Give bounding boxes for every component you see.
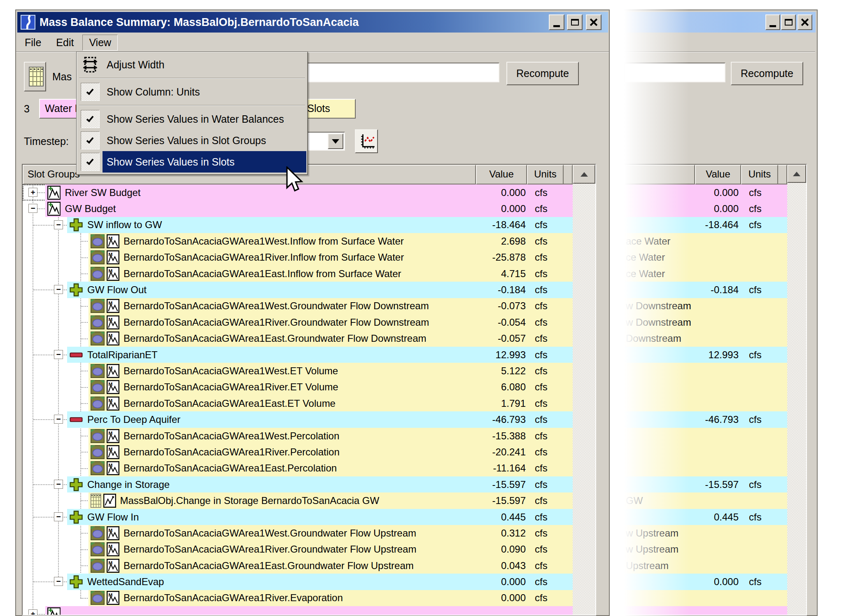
vertical-scrollbar[interactable] (787, 165, 806, 615)
table-row[interactable]: MassBalObj.Change in Storage BernardoToS… (23, 492, 573, 509)
table-row[interactable]: Downstream (624, 331, 787, 347)
close-button[interactable] (586, 14, 602, 30)
object-name-input[interactable] (624, 63, 725, 82)
table-row[interactable]: 12.993cfs (624, 347, 787, 363)
table-row[interactable] (624, 395, 787, 411)
table-row[interactable]: ace Water (624, 233, 787, 249)
table-row[interactable]: −GW Flow In0.445cfs (23, 509, 573, 525)
table-row[interactable]: MBernardoToSanAcaciaGWArea1East.Groundwa… (23, 558, 573, 574)
maximize-button[interactable] (567, 14, 583, 30)
table-row[interactable]: MBernardoToSanAcaciaGWArea1West.Inflow f… (23, 233, 573, 249)
table-row[interactable]: ce Water (624, 266, 787, 282)
table-row[interactable]: w Downstream (624, 298, 787, 314)
table-row[interactable] (624, 379, 787, 395)
table-row[interactable]: −TotalRiparianET12.993cfs (23, 347, 573, 363)
table-row[interactable]: + (23, 606, 573, 615)
minimize-button[interactable] (765, 14, 780, 30)
menu-item-show-series-values-in-slots[interactable]: Show Series Values in Slots (78, 151, 306, 173)
table-row[interactable]: −GW Flow Out-0.184cfs (23, 282, 573, 298)
table-row[interactable]: MBernardoToSanAcaciaGWArea1East.Percolat… (23, 460, 573, 476)
menu-item-adjust-width[interactable]: Adjust Width (78, 54, 306, 75)
header-value[interactable]: Value (476, 165, 527, 184)
recompute-button[interactable]: Recompute (506, 62, 579, 85)
header-units[interactable]: Units (527, 165, 564, 184)
table-row[interactable]: −SW inflow to GW-18.464cfs (23, 217, 573, 233)
table-row[interactable]: ce Water (624, 250, 787, 266)
table-row[interactable]: w Upstream (624, 541, 787, 558)
menu-item-show-column-units[interactable]: Show Column: Units (78, 81, 306, 103)
minimize-button[interactable] (549, 14, 564, 30)
mass-balance-table-button[interactable] (24, 62, 46, 91)
recompute-button[interactable]: Recompute (731, 62, 803, 85)
row-band: -18.464cfs (624, 217, 787, 233)
header-name-filler[interactable] (624, 165, 695, 184)
tree-expand-toggle[interactable]: + (28, 188, 37, 197)
tree-collapse-toggle[interactable]: − (54, 512, 63, 521)
header-value[interactable]: Value (695, 165, 741, 184)
table-row[interactable]: -15.597cfs (624, 476, 787, 492)
tree-collapse-toggle[interactable]: − (54, 415, 63, 424)
table-row[interactable]: -0.184cfs (624, 282, 787, 298)
maximize-button[interactable] (781, 14, 796, 30)
scroll-up-button[interactable] (787, 165, 806, 183)
table-row[interactable]: MBernardoToSanAcaciaGWArea1River.Groundw… (23, 314, 573, 330)
table-row[interactable]: 0.445cfs (624, 509, 787, 525)
table-row[interactable]: MBernardoToSanAcaciaGWArea1River.Evapora… (23, 590, 573, 606)
table-row[interactable] (624, 363, 787, 379)
table-row[interactable]: -18.464cfs (624, 217, 787, 233)
table-row[interactable]: −Change in Storage-15.597cfs (23, 476, 573, 492)
table-row[interactable]: -46.793cfs (624, 411, 787, 427)
series-slot-chart-icon: M (107, 461, 119, 475)
table-row[interactable] (624, 428, 787, 444)
tree-collapse-toggle[interactable]: − (54, 577, 63, 586)
row-units: cfs (529, 446, 573, 458)
table-row[interactable] (624, 606, 787, 615)
table-row[interactable] (624, 460, 787, 476)
dropdown-arrow-button[interactable] (328, 133, 343, 149)
table-row[interactable]: −GW Budget0.000cfs (23, 201, 573, 217)
tree-collapse-toggle[interactable]: − (28, 204, 37, 213)
tree-expand-toggle[interactable]: + (28, 609, 37, 615)
menu-edit[interactable]: Edit (50, 35, 80, 50)
table-row[interactable]: MBernardoToSanAcaciaGWArea1River.ET Volu… (23, 379, 573, 395)
scroll-up-button[interactable] (573, 165, 595, 184)
tree-collapse-toggle[interactable]: − (54, 285, 63, 294)
table-row[interactable]: MBernardoToSanAcaciaGWArea1River.Inflow … (23, 250, 573, 266)
table-row[interactable] (624, 590, 787, 606)
table-row[interactable]: MBernardoToSanAcaciaGWArea1River.Percola… (23, 444, 573, 460)
menu-file[interactable]: File (19, 35, 47, 50)
menu-view[interactable]: View (82, 35, 118, 51)
table-row[interactable]: 0.000cfs (624, 201, 787, 217)
table-row[interactable]: GW (624, 492, 787, 509)
row-band: MBernardoToSanAcaciaGWArea1East.Groundwa… (89, 558, 573, 574)
table-row[interactable]: −Perc To Deep Aquifer-46.793cfs (23, 411, 573, 427)
table-row[interactable]: 0.000cfs (624, 184, 787, 201)
table-row[interactable]: MBernardoToSanAcaciaGWArea1East.Inflow f… (23, 266, 573, 282)
table-row[interactable]: MBernardoToSanAcaciaGWArea1River.Groundw… (23, 541, 573, 558)
table-row[interactable]: MBernardoToSanAcaciaGWArea1West.Groundwa… (23, 525, 573, 541)
header-units[interactable]: Units (741, 165, 778, 184)
tree-collapse-toggle[interactable]: − (54, 350, 63, 359)
table-row[interactable]: MBernardoToSanAcaciaGWArea1West.ET Volum… (23, 363, 573, 379)
menu-item-show-series-values-in-water-balances[interactable]: Show Series Values in Water Balances (78, 108, 306, 130)
close-button[interactable] (797, 14, 812, 30)
row-units: cfs (529, 527, 573, 539)
plot-button[interactable] (355, 129, 378, 153)
table-row[interactable]: 0.000cfs (624, 574, 787, 590)
table-row[interactable]: −WettedSandEvap0.000cfs (23, 574, 573, 590)
table-row[interactable]: w Downstream (624, 314, 787, 330)
table-row[interactable]: MBernardoToSanAcaciaGWArea1East.ET Volum… (23, 395, 573, 411)
table-row[interactable]: MBernardoToSanAcaciaGWArea1East.Groundwa… (23, 331, 573, 347)
vertical-scrollbar[interactable] (573, 165, 595, 615)
table-row[interactable]: MBernardoToSanAcaciaGWArea1West.Groundwa… (23, 298, 573, 314)
table-row[interactable]: Upstream (624, 558, 787, 574)
row-label: BernardoToSanAcaciaGWArea1River.ET Volum… (119, 381, 476, 393)
table-row[interactable]: w Upstream (624, 525, 787, 541)
series-slot-chart-icon: M (107, 429, 119, 443)
table-row[interactable]: MBernardoToSanAcaciaGWArea1West.Percolat… (23, 428, 573, 444)
title-bar[interactable]: Mass Balance Summary: MassBalObj.Bernard… (17, 12, 608, 33)
tree-collapse-toggle[interactable]: − (54, 480, 63, 489)
table-row[interactable] (624, 444, 787, 460)
tree-collapse-toggle[interactable]: − (54, 220, 63, 229)
menu-item-show-series-values-in-slot-groups[interactable]: Show Series Values in Slot Groups (78, 130, 306, 151)
